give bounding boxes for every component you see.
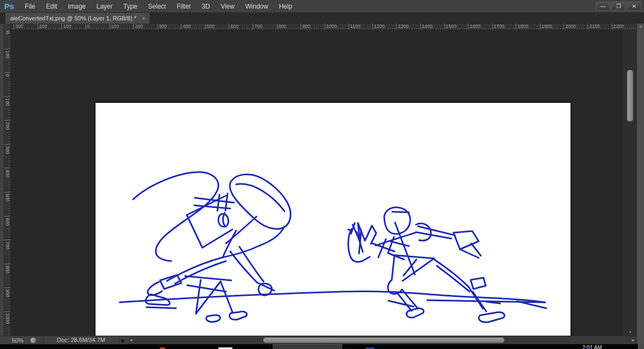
status-circle-icon <box>30 337 36 344</box>
h-ruler-label: 2000 <box>564 24 576 29</box>
v-ruler-label: 100 <box>4 96 10 106</box>
window-controls: —❐✕ <box>595 2 641 11</box>
v-ruler-label: 400 <box>4 168 10 177</box>
v-ruler-label: 200 <box>4 120 10 130</box>
menu-edit[interactable]: Edit <box>41 0 63 13</box>
minimize-button[interactable]: — <box>596 2 610 11</box>
h-ruler-label: 1800 <box>516 24 528 29</box>
horizontal-ruler: 3002001000100200300400500600700800900100… <box>11 24 636 30</box>
menu-type[interactable]: Type <box>118 0 143 13</box>
h-ruler-label: 200 <box>38 24 47 29</box>
menu-window[interactable]: Window <box>240 0 274 13</box>
h-ruler-label: 1600 <box>468 24 480 29</box>
h-ruler-label: 700 <box>253 24 262 29</box>
ruler-corner <box>4 24 11 30</box>
menu-items: FileEditImageLayerTypeSelectFilter3DView… <box>19 0 297 12</box>
h-ruler-label: 600 <box>229 24 238 29</box>
h-ruler-label: 1000 <box>325 24 337 29</box>
v-ruler-label: 700 <box>4 240 10 249</box>
h-ruler-label: 2200 <box>612 24 624 29</box>
h-ruler-label: 1300 <box>396 24 408 29</box>
menu-layer[interactable]: Layer <box>91 0 118 13</box>
h-ruler-label: 900 <box>301 24 310 29</box>
menu-bar: Ps FileEditImageLayerTypeSelectFilter3DV… <box>0 0 644 13</box>
status-flyout-arrow-icon[interactable]: ▶ <box>121 337 126 344</box>
sketch-drawing <box>96 103 570 349</box>
photoshop-logo: Ps <box>0 2 19 11</box>
h-ruler-label: 100 <box>61 24 71 29</box>
pasteboard <box>11 30 623 336</box>
doc-size-field: Doc: 28.6M/34.7M <box>43 336 119 344</box>
h-ruler-label: 200 <box>133 24 143 29</box>
h-ruler-label: 300 <box>157 24 167 29</box>
menu-3d[interactable]: 3D <box>196 0 215 13</box>
scroll-right-arrow-icon[interactable]: ▸ <box>632 337 634 344</box>
vertical-scrollbar[interactable]: ▾ <box>623 30 636 336</box>
document-tab[interactable]: aieConvertedTxt.png @ 50% (Layer 1, RGB/… <box>5 13 150 24</box>
h-ruler-label: 1900 <box>540 24 552 29</box>
vertical-ruler: 20010001002003004005006007008009001000 <box>4 30 11 336</box>
v-ruler-label: 600 <box>4 216 10 226</box>
h-ruler-label: 300 <box>13 24 23 29</box>
doc-size-text: Doc: 28.6M/34.7M <box>57 337 105 343</box>
h-ruler-label: 2100 <box>588 24 600 29</box>
h-ruler-label: 400 <box>181 24 191 29</box>
h-ruler-label: 1700 <box>492 24 504 29</box>
h-ruler-label: 1100 <box>348 24 360 29</box>
h-ruler-label: 1400 <box>420 24 433 29</box>
zoom-level-field[interactable]: 50% <box>12 337 24 344</box>
window-left-edge <box>0 24 4 336</box>
scroll-left-arrow-icon[interactable]: ◂ <box>130 337 133 344</box>
h-ruler-label: 500 <box>205 24 215 29</box>
restore-button[interactable]: ❐ <box>611 2 626 11</box>
photoshop-window: Ps FileEditImageLayerTypeSelectFilter3DV… <box>0 0 644 349</box>
window-right-edge <box>636 24 644 344</box>
windows-taskbar: 2:01 AM <box>0 344 644 349</box>
h-ruler-label: 100 <box>109 24 119 29</box>
panel-collapse-arrow-icon[interactable]: ▴ <box>638 24 643 28</box>
tab-close-icon[interactable]: × <box>142 15 145 21</box>
show-desktop-button[interactable] <box>638 344 644 349</box>
v-ruler-label: 900 <box>4 287 10 297</box>
taskbar-active-window-button[interactable] <box>273 344 342 349</box>
document-tab-bar: aieConvertedTxt.png @ 50% (Layer 1, RGB/… <box>0 13 644 24</box>
menu-help[interactable]: Help <box>274 0 298 13</box>
canvas[interactable] <box>95 102 571 349</box>
v-ruler-label: 800 <box>4 264 10 273</box>
h-ruler-label: 800 <box>277 24 287 29</box>
menu-select[interactable]: Select <box>143 0 171 13</box>
status-bar: 50% Doc: 28.6M/34.7M ▶ ◂ ▸ <box>0 336 636 344</box>
close-button[interactable]: ✕ <box>627 2 641 11</box>
scroll-down-arrow-icon[interactable]: ▾ <box>626 330 634 335</box>
menu-view[interactable]: View <box>215 0 240 13</box>
horizontal-scrollbar-thumb[interactable] <box>263 337 504 343</box>
menu-file[interactable]: File <box>19 0 40 13</box>
h-ruler-label: 0 <box>85 24 90 29</box>
menu-filter[interactable]: Filter <box>171 0 196 13</box>
v-ruler-label: 1000 <box>4 311 10 324</box>
menu-image[interactable]: Image <box>62 0 91 13</box>
horizontal-scrollbar[interactable]: ◂ ▸ <box>129 336 636 344</box>
h-ruler-label: 1200 <box>372 24 385 29</box>
v-ruler-label: 200 <box>4 30 10 34</box>
vertical-scrollbar-thumb[interactable] <box>627 70 633 122</box>
v-ruler-label: 500 <box>4 192 10 202</box>
taskbar-clock[interactable]: 2:01 AM <box>582 345 602 349</box>
v-ruler-label: 0 <box>4 72 10 77</box>
document-tab-title: aieConvertedTxt.png @ 50% (Layer 1, RGB/… <box>10 15 136 21</box>
h-ruler-label: 1500 <box>444 24 457 29</box>
v-ruler-label: 300 <box>4 144 10 154</box>
v-ruler-label: 100 <box>4 49 10 58</box>
